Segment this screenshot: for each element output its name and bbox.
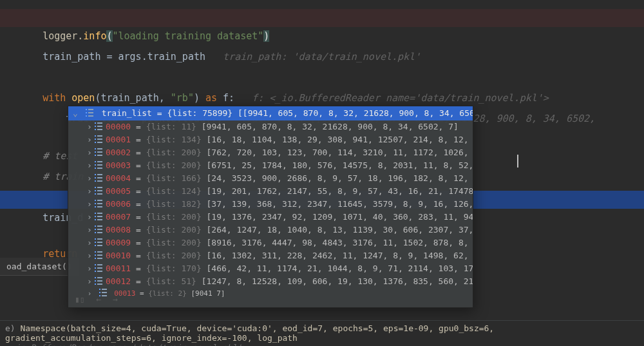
popup-meta: {list: 182} (146, 199, 202, 209)
popup-var-meta: {list: 75899} (167, 108, 232, 118)
popup-index: 00009 (106, 238, 131, 247)
popup-meta: {list: 200} (146, 225, 202, 235)
popup-value: [466, 42, 11, 1174, 21, 1044, 8, 9, 71, … (207, 264, 473, 273)
list-icon (94, 199, 103, 208)
chevron-right-icon[interactable]: › (86, 275, 93, 288)
popup-meta: {list: 124} (146, 186, 202, 196)
popup-value: [16, 1302, 311, 228, 2462, 11, 1247, 8, … (207, 251, 473, 260)
list-icon (94, 212, 103, 221)
popup-meta: {list: 170} (146, 264, 202, 273)
code-line-blank[interactable] (0, 50, 644, 68)
popup-meta: {list: 166} (146, 173, 202, 183)
popup-header[interactable]: ⌄ train_list = {list: 75899} [[9941, 605… (68, 106, 473, 120)
chevron-right-icon[interactable]: › (86, 236, 93, 249)
popup-row[interactable]: ›00004 = {list: 166} [24, 3523, 900, 268… (68, 172, 473, 185)
popup-row[interactable]: ›00012 = {list: 51} [1247, 8, 12528, 109… (68, 275, 473, 288)
popup-row[interactable]: ›00007 = {list: 200} [19, 1376, 2347, 92… (68, 211, 473, 224)
popup-row[interactable]: ›00005 = {list: 124} [19, 201, 1762, 214… (68, 185, 473, 198)
equals: = (131, 212, 146, 222)
popup-index: 00007 (106, 212, 131, 222)
list-icon (94, 251, 103, 260)
popup-index: 00004 (106, 173, 131, 183)
popup-meta: {list: 51} (146, 276, 196, 286)
equals: = (152, 108, 167, 118)
code-line-2[interactable]: train_path = args.train_path train_path:… (0, 30, 644, 48)
equals: = (131, 264, 146, 273)
popup-index: 00010 (106, 251, 131, 260)
popup-index: 00001 (106, 135, 131, 144)
toolbar-view-toggle-icon[interactable]: ▮▯ (75, 294, 85, 304)
popup-value: [9941, 605, 870, 8, 32, 21628, 900, 8, 3… (202, 122, 459, 131)
popup-row[interactable]: ›00009 = {list: 200} [8916, 3176, 4447, … (68, 236, 473, 249)
chevron-down-icon[interactable]: ⌄ (72, 106, 79, 120)
equals: = (131, 251, 146, 260)
debug-value-popup[interactable]: ⌄ train_list = {list: 75899} [[9941, 605… (68, 106, 473, 308)
popup-index: 00003 (106, 160, 131, 170)
popup-meta: {list: 200} (146, 160, 202, 170)
chevron-right-icon[interactable]: › (86, 120, 93, 133)
varline-2: < io BufferedReader name='data/train_nov… (5, 343, 639, 346)
chevron-right-icon[interactable]: › (86, 185, 93, 198)
popup-value: [6751, 25, 1784, 180, 576, 14575, 8, 203… (207, 160, 473, 170)
list-icon (94, 225, 103, 234)
popup-index: 00005 (106, 186, 131, 196)
popup-row[interactable]: ›00008 = {list: 200} [264, 1247, 18, 104… (68, 224, 473, 236)
list-icon (94, 173, 103, 182)
list-icon (85, 108, 94, 117)
code-line-1[interactable]: logger.info("loading training dataset") (0, 9, 644, 27)
list-icon (94, 186, 103, 195)
popup-row-partial[interactable]: › 00013 = {list: 2} [9041 7] (68, 288, 473, 297)
popup-meta: {list: 134} (146, 135, 202, 144)
popup-row[interactable]: ›00011 = {list: 170} [466, 42, 11, 1174,… (68, 262, 473, 275)
list-icon (94, 238, 103, 247)
popup-value: [8916, 3176, 4447, 98, 4843, 3176, 11, 1… (207, 238, 473, 247)
equals: = (131, 186, 146, 196)
list-icon (94, 276, 103, 285)
popup-index: 00012 (106, 276, 131, 286)
code-line-3[interactable]: with open(train_path, "rb") as f: f: <_i… (0, 71, 644, 89)
popup-meta: {list: 200} (146, 148, 202, 157)
popup-row[interactable]: ›00001 = {list: 134} [16, 18, 1104, 138,… (68, 133, 473, 146)
forward-icon[interactable]: → (113, 294, 118, 304)
equals: = (131, 160, 146, 170)
equals: = (135, 289, 148, 298)
popup-value: [37, 139, 368, 312, 2347, 11645, 3579, 8… (207, 199, 473, 209)
chevron-right-icon[interactable]: › (86, 249, 93, 262)
equals: = (131, 276, 146, 286)
popup-row[interactable]: ›00010 = {list: 200} [16, 1302, 311, 228… (68, 249, 473, 262)
chevron-right-icon[interactable]: › (86, 211, 93, 224)
popup-index: 00000 (106, 122, 131, 131)
chevron-right-icon[interactable]: › (86, 133, 93, 146)
popup-row[interactable]: ›00006 = {list: 182} [37, 139, 368, 312,… (68, 198, 473, 211)
list-icon (94, 148, 103, 157)
chevron-right-icon[interactable]: › (86, 198, 93, 211)
code-editor[interactable]: logger.info("loading training dataset") … (0, 0, 644, 346)
popup-index: 00002 (106, 148, 131, 157)
list-icon (94, 264, 103, 273)
back-icon[interactable]: ← (96, 294, 101, 304)
chevron-right-icon[interactable]: › (86, 224, 93, 236)
popup-toolbar: ▮▯ ← → (75, 294, 124, 305)
chevron-right-icon[interactable]: › (86, 172, 93, 185)
popup-value: [19, 201, 1762, 2147, 55, 8, 9, 57, 43, … (207, 186, 473, 196)
text-caret (517, 155, 518, 168)
popup-var-value: [[9941, 605, 870, 8, 32, 21628, 900, 8, … (238, 108, 473, 118)
chevron-right-icon[interactable]: › (86, 146, 93, 159)
popup-row[interactable]: ›00002 = {list: 200} [762, 720, 103, 123… (68, 146, 473, 159)
popup-row[interactable]: ›00003 = {list: 200} [6751, 25, 1784, 18… (68, 159, 473, 172)
popup-value: [16, 18, 1104, 138, 29, 308, 941, 12507,… (207, 135, 473, 144)
popup-index: 00011 (106, 264, 131, 273)
chevron-right-icon[interactable]: › (86, 262, 93, 275)
popup-meta: {list: 200} (146, 212, 202, 222)
varline-prefix: e) (5, 323, 20, 333)
namespace-value: Namespace(batch_size=4, cuda=True, devic… (5, 323, 494, 343)
popup-rows[interactable]: ›00000 = {list: 11} [9941, 605, 870, 8, … (68, 120, 473, 288)
debug-variables-pane[interactable]: e) Namespace(batch_size=4, cuda=True, de… (0, 320, 644, 346)
chevron-right-icon[interactable]: › (86, 159, 93, 172)
equals: = (131, 122, 146, 131)
popup-row[interactable]: ›00000 = {list: 11} [9941, 605, 870, 8, … (68, 120, 473, 133)
popup-value: [762, 720, 103, 123, 700, 114, 3210, 11,… (207, 148, 473, 157)
popup-value: [19, 1376, 2347, 92, 1209, 1071, 40, 360… (207, 212, 473, 222)
list-icon (94, 135, 103, 144)
equals: = (131, 135, 146, 144)
